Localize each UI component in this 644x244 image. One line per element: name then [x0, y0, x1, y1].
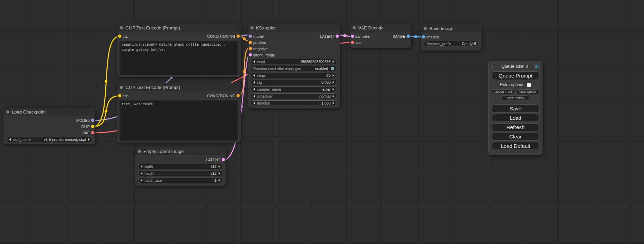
arrow-left-icon[interactable] [253, 95, 255, 98]
arrow-left-icon[interactable] [9, 138, 11, 141]
port-label: VAE [82, 131, 90, 135]
conditioning-output-dot[interactable] [237, 94, 240, 97]
save-button[interactable]: Save [492, 105, 539, 112]
arrow-right-icon[interactable] [219, 179, 220, 182]
arrow-right-icon[interactable] [333, 88, 334, 91]
port-label: positive [253, 40, 266, 45]
positive-input-dot[interactable] [249, 41, 252, 44]
collapse-dot[interactable] [424, 27, 427, 30]
collapse-dot[interactable] [120, 26, 123, 29]
collapse-dot[interactable] [353, 26, 356, 29]
node-clip-text-encode-negative[interactable]: CLIP Text Encode (Prompt) clip CONDITION… [117, 83, 241, 143]
node-title: CLIP Text Encode (Prompt) [125, 25, 180, 30]
node-save-image[interactable]: Save Image images filename_prefix ComfyU… [421, 24, 482, 51]
arrow-right-icon[interactable] [219, 165, 220, 168]
arrow-right-icon[interactable] [333, 74, 334, 77]
port-label: LATENT [320, 34, 334, 38]
node-header[interactable]: Save Image [421, 24, 482, 33]
images-input-dot[interactable] [422, 35, 425, 38]
collapse-dot[interactable] [138, 150, 141, 153]
arrow-left-icon[interactable] [253, 88, 255, 91]
arrow-right-icon[interactable] [88, 138, 90, 141]
arrow-right-icon[interactable] [333, 60, 334, 63]
settings-gear-icon[interactable] [535, 64, 539, 69]
node-header[interactable]: KSampler [248, 24, 340, 32]
arrow-right-icon[interactable] [333, 95, 334, 98]
load-button[interactable]: Load [492, 114, 539, 122]
port-label: IMAGE [393, 34, 405, 38]
input-port-positive: positive [248, 39, 340, 46]
sampler-name-widget[interactable]: sampler_name euler [250, 87, 337, 92]
batch-size-widget[interactable]: batch_size 1 [138, 178, 223, 183]
filename-prefix-widget[interactable]: filename_prefix ComfyUI [424, 41, 479, 46]
arrow-right-icon[interactable] [333, 81, 334, 84]
steps-widget[interactable]: steps 20 [250, 73, 337, 78]
node-ksampler[interactable]: KSampler model LATENT positive negative … [248, 24, 340, 108]
cfg-widget[interactable]: cfg 8.000 [250, 80, 337, 85]
denoise-widget[interactable]: denoise 1.000 [250, 100, 337, 106]
port-label: clip [123, 34, 129, 38]
view-history-button[interactable]: View History [502, 96, 529, 100]
queue-panel-header: Queue size: 0 [492, 63, 539, 70]
port-row: clip CONDITIONING [117, 33, 241, 39]
samples-input-dot[interactable] [351, 35, 354, 38]
width-widget[interactable]: width 512 [138, 164, 223, 169]
graph-canvas[interactable]: Load Checkpoint MODEL CLIP VAE ckpt_name… [0, 0, 644, 244]
arrow-left-icon[interactable] [253, 102, 255, 105]
scheduler-widget[interactable]: scheduler normal [250, 93, 337, 99]
latent-output-dot[interactable] [336, 35, 339, 38]
ckpt-name-widget[interactable]: ckpt_name v1-5-pruned-emaonly.ckpt [6, 137, 92, 142]
model-port-dot[interactable] [91, 119, 94, 122]
vae-port-dot[interactable] [91, 131, 94, 134]
node-vae-decode[interactable]: VAE Decode samples IMAGE vae [350, 24, 411, 48]
arrow-left-icon[interactable] [141, 179, 142, 182]
node-header[interactable]: CLIP Text Encode (Prompt) [117, 24, 241, 32]
arrow-right-icon[interactable] [333, 102, 334, 105]
clear-button[interactable]: Clear [492, 133, 539, 141]
image-output-dot[interactable] [407, 35, 410, 38]
queue-panel: Queue size: 0 Queue Prompt Extra options… [488, 61, 542, 155]
arrow-left-icon[interactable] [141, 172, 142, 175]
positive-prompt-textarea[interactable]: beautiful scenery nature glass bottle la… [120, 41, 238, 75]
refresh-button[interactable]: Refresh [492, 123, 539, 131]
negative-input-dot[interactable] [249, 47, 252, 50]
vae-input-dot[interactable] [351, 41, 354, 44]
node-header[interactable]: Empty Latent Image [135, 147, 226, 155]
collapse-dot[interactable] [6, 110, 9, 114]
conditioning-output-dot[interactable] [237, 35, 240, 38]
extra-options-checkbox[interactable] [527, 83, 531, 87]
collapse-dot[interactable] [250, 26, 254, 29]
node-clip-text-encode-positive[interactable]: CLIP Text Encode (Prompt) clip CONDITION… [117, 24, 241, 77]
arrow-left-icon[interactable] [253, 74, 255, 77]
arrow-left-icon[interactable] [141, 165, 142, 168]
model-input-dot[interactable] [249, 35, 252, 38]
random-seed-toggle-widget[interactable]: Random seed after every gen enabled [250, 66, 337, 71]
load-default-button[interactable]: Load Default [492, 142, 539, 150]
node-header[interactable]: CLIP Text Encode (Prompt) [117, 83, 241, 91]
toggle-knob[interactable] [331, 67, 334, 70]
clip-port-dot[interactable] [91, 125, 94, 128]
link-midpoint-dot [105, 80, 107, 83]
height-widget[interactable]: height 512 [138, 171, 223, 176]
arrow-right-icon[interactable] [219, 172, 220, 175]
negative-prompt-textarea[interactable]: text, watermark [120, 100, 238, 141]
ports: LATENT [135, 155, 226, 163]
latent-image-input-dot[interactable] [249, 53, 252, 56]
queue-prompt-button[interactable]: Queue Prompt [492, 71, 539, 80]
node-header[interactable]: VAE Decode [350, 24, 411, 32]
drag-handle-icon[interactable] [492, 65, 495, 69]
node-load-checkpoint[interactable]: Load Checkpoint MODEL CLIP VAE ckpt_name… [3, 108, 95, 144]
clip-input-dot[interactable] [118, 35, 121, 38]
port-label: LATENT [206, 158, 220, 162]
queue-front-button[interactable]: Queue Front [492, 89, 515, 94]
arrow-left-icon[interactable] [253, 81, 255, 84]
node-empty-latent-image[interactable]: Empty Latent Image LATENT width 512 heig… [135, 147, 226, 186]
view-queue-button[interactable]: View Queue [517, 89, 539, 94]
collapse-dot[interactable] [120, 86, 123, 89]
link-midpoint-dot [343, 34, 346, 37]
node-header[interactable]: Load Checkpoint [3, 108, 95, 116]
arrow-left-icon[interactable] [253, 60, 255, 63]
latent-output-dot[interactable] [222, 158, 225, 161]
seed-widget[interactable]: seed 156680208700286 [250, 59, 337, 64]
clip-input-dot[interactable] [118, 94, 121, 97]
